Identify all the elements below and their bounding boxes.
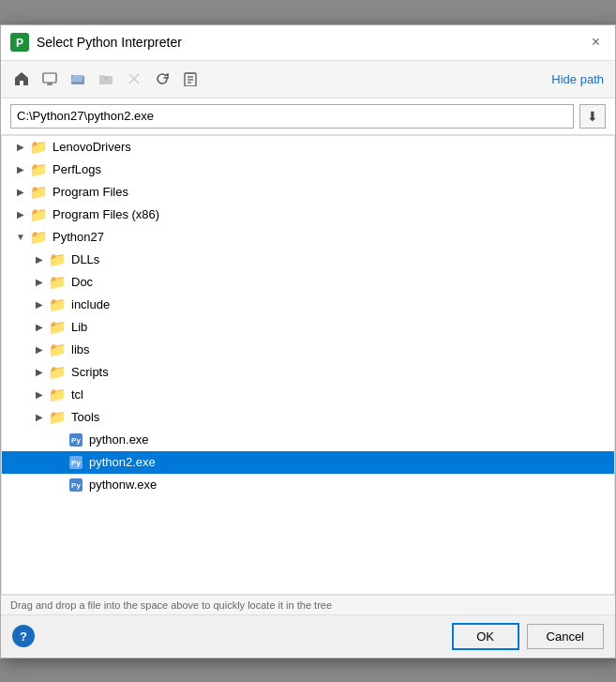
expand-icon-libs: ▶ xyxy=(30,341,49,359)
title-bar: P Select Python Interpreter × xyxy=(1,25,615,61)
tree-item-lenovodrivers[interactable]: ▶ 📁 LenovoDrivers xyxy=(2,136,614,159)
folder-icon: 📁 xyxy=(49,319,67,336)
python-file-icon: Py xyxy=(68,432,84,447)
select-python-interpreter-dialog: P Select Python Interpreter × xyxy=(0,24,616,659)
folder-icon: 📁 xyxy=(30,184,48,201)
tree-item-python27[interactable]: ▼ 📁 Python27 xyxy=(2,226,614,249)
download-button[interactable]: ⬇ xyxy=(579,104,606,129)
expand-icon-tcl: ▶ xyxy=(30,386,49,404)
hide-path-button[interactable]: Hide path xyxy=(548,70,608,88)
expand-icon-doc: ▶ xyxy=(30,273,49,292)
tree-item-lib[interactable]: ▶ 📁 Lib xyxy=(2,316,614,339)
item-label: Tools xyxy=(71,410,99,424)
history-button[interactable] xyxy=(177,66,203,92)
svg-text:Py: Py xyxy=(71,481,81,490)
item-label: tcl xyxy=(71,387,83,402)
folder-up-button[interactable] xyxy=(93,66,119,92)
item-label: python2.exe xyxy=(89,455,156,469)
tree-item-doc[interactable]: ▶ 📁 Doc xyxy=(2,271,614,294)
tree-item-programfiles-x86[interactable]: ▶ 📁 Program Files (x86) xyxy=(2,204,614,226)
expand-icon-tools: ▶ xyxy=(30,408,49,427)
ok-button[interactable]: OK xyxy=(452,623,519,650)
folder-icon: 📁 xyxy=(49,251,67,268)
tree-item-python2-exe[interactable]: ▶ Py python2.exe xyxy=(2,451,614,474)
file-tree[interactable]: ▶ 📁 LenovoDrivers ▶ 📁 PerfLogs ▶ 📁 Progr… xyxy=(1,135,615,595)
path-input[interactable] xyxy=(10,104,574,129)
path-bar: ⬇ xyxy=(1,99,615,135)
delete-button[interactable] xyxy=(121,66,147,92)
expand-icon-perflogs: ▶ xyxy=(11,160,30,179)
tree-item-pythonw-exe[interactable]: ▶ Py pythonw.exe xyxy=(2,474,614,496)
folder-icon: 📁 xyxy=(49,274,67,291)
tree-item-tools[interactable]: ▶ 📁 Tools xyxy=(2,406,614,429)
folder-icon: 📁 xyxy=(49,409,67,426)
item-label: pythonw.exe xyxy=(89,477,157,492)
folder-icon: 📁 xyxy=(30,229,48,246)
expand-icon-scripts: ▶ xyxy=(30,363,49,382)
tree-item-libs[interactable]: ▶ 📁 libs xyxy=(2,339,614,361)
item-label: PerfLogs xyxy=(53,162,101,176)
python2-file-icon: Py xyxy=(68,455,84,470)
tree-item-include[interactable]: ▶ 📁 include xyxy=(2,294,614,316)
expand-icon-python27: ▼ xyxy=(11,228,30,247)
dialog-title: Select Python Interpreter xyxy=(37,35,586,50)
item-label: Program Files xyxy=(53,185,128,199)
status-message: Drag and drop a file into the space abov… xyxy=(10,599,332,611)
status-bar: Drag and drop a file into the space abov… xyxy=(1,595,615,614)
folder-icon: 📁 xyxy=(49,341,67,358)
tree-item-programfiles[interactable]: ▶ 📁 Program Files xyxy=(2,181,614,204)
svg-text:Py: Py xyxy=(71,436,81,445)
button-bar: ? OK Cancel xyxy=(1,614,615,658)
expand-icon-include: ▶ xyxy=(30,296,49,314)
item-label: Lib xyxy=(71,320,87,334)
item-label: Scripts xyxy=(71,365,109,379)
app-icon: P xyxy=(10,33,29,52)
item-label: include xyxy=(71,297,110,311)
expand-icon-lib: ▶ xyxy=(30,318,49,337)
item-label: Program Files (x86) xyxy=(53,207,159,221)
tree-item-tcl[interactable]: ▶ 📁 tcl xyxy=(2,384,614,406)
item-label: libs xyxy=(71,342,90,356)
toolbar: Hide path xyxy=(1,61,615,99)
pythonw-file-icon: Py xyxy=(68,477,84,493)
expand-icon-programfiles-x86: ▶ xyxy=(11,205,30,224)
tree-item-perflogs[interactable]: ▶ 📁 PerfLogs xyxy=(2,159,614,181)
refresh-button[interactable] xyxy=(149,66,175,92)
expand-icon-dlls: ▶ xyxy=(30,250,49,269)
item-label: python.exe xyxy=(89,432,149,447)
expand-icon-lenovodrivers: ▶ xyxy=(11,138,30,157)
folder-open-button[interactable] xyxy=(65,66,91,92)
folder-icon: 📁 xyxy=(49,296,67,313)
folder-icon: 📁 xyxy=(49,386,67,403)
help-button[interactable]: ? xyxy=(12,625,35,647)
item-label: DLLs xyxy=(71,252,99,266)
item-label: Doc xyxy=(71,275,93,289)
cancel-button[interactable]: Cancel xyxy=(527,624,604,649)
tree-item-python-exe[interactable]: ▶ Py python.exe xyxy=(2,429,614,451)
folder-icon: 📁 xyxy=(49,364,67,381)
svg-text:Py: Py xyxy=(71,459,81,467)
tree-item-scripts[interactable]: ▶ 📁 Scripts xyxy=(2,361,614,384)
svg-text:P: P xyxy=(16,37,23,50)
expand-icon-programfiles: ▶ xyxy=(11,183,30,202)
folder-icon: 📁 xyxy=(30,161,48,178)
tree-item-dlls[interactable]: ▶ 📁 DLLs xyxy=(2,249,614,271)
folder-icon: 📁 xyxy=(30,139,48,156)
item-label: LenovoDrivers xyxy=(53,140,131,154)
close-button[interactable]: × xyxy=(586,33,606,52)
desktop-button[interactable] xyxy=(37,66,63,92)
home-button[interactable] xyxy=(8,66,35,92)
folder-icon: 📁 xyxy=(30,206,48,223)
item-label: Python27 xyxy=(53,230,104,244)
svg-rect-2 xyxy=(43,73,56,83)
